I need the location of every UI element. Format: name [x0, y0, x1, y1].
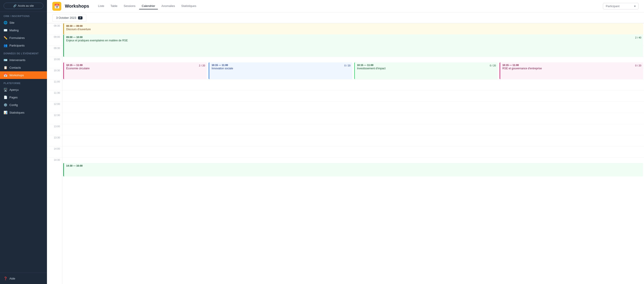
sidebar-item-formulaires[interactable]: ✏️ Formulaires: [0, 34, 47, 42]
time-label-0900: 09:00: [47, 34, 62, 46]
pencil-icon: ✏️: [4, 36, 7, 40]
participant-label: Participant: [606, 4, 620, 8]
sidebar-item-workshops[interactable]: 📅 Workshops: [0, 71, 47, 79]
event-count: 2 / 40: [635, 36, 641, 39]
event-time: 08:30 — 09:00: [66, 24, 641, 27]
sidebar-item-statistiques[interactable]: 📊 Statistiques: [0, 109, 47, 116]
time-label-1430: 14:30: [47, 158, 62, 168]
event-time: 10:15 — 11:00: [502, 64, 641, 66]
help-icon: ❓: [4, 276, 7, 280]
sidebar-item-mailing[interactable]: ✉️ Mailing: [0, 26, 47, 34]
tab-calendrier[interactable]: Calendrier: [139, 3, 158, 10]
sidebar-item-aide[interactable]: ❓ Aide: [0, 274, 47, 282]
date-tab[interactable]: 3 October 2023 7: [52, 14, 86, 22]
event-rse-gouvernance[interactable]: 10:15 — 11:00 RSE et gouvernance d'entre…: [500, 62, 643, 79]
grid-line-6: [62, 90, 644, 102]
event-count: 0 / 20: [344, 64, 350, 67]
event-time: 10:15 — 11:00: [66, 64, 204, 66]
section-plateforme-label: PLATEFORME: [0, 79, 47, 86]
time-label-0830: 08:30: [47, 23, 62, 34]
event-afternoon[interactable]: 14:30 — 16:00: [63, 163, 643, 176]
time-label-1200: 12:00: [47, 102, 62, 113]
event-count: 0 / 20: [490, 64, 496, 67]
event-discours-ouverture[interactable]: 08:30 — 09:00 Discours d'ouverture: [63, 23, 643, 34]
event-count: 2 / 20: [199, 64, 205, 67]
main-content: 📅 Workshops Liste Table Sessions Calendr…: [47, 0, 644, 284]
time-label-1100: 11:00: [47, 79, 62, 90]
id-card-icon: 🪪: [4, 58, 7, 62]
tab-liste[interactable]: Liste: [96, 3, 107, 10]
chevron-down-icon: ▾: [634, 4, 636, 8]
event-title: Enjeux et pratiques exemplaires en matiè…: [66, 39, 641, 42]
sidebar-item-aide-label: Aide: [10, 277, 15, 280]
tab-sessions[interactable]: Sessions: [121, 3, 138, 10]
sidebar-item-contacts-label: Contacts: [10, 66, 21, 69]
sidebar-item-intervenants[interactable]: 🪪 Intervenants: [0, 56, 47, 64]
date-bar: 3 October 2023 7: [47, 12, 644, 23]
event-innovation-sociale[interactable]: 10:15 — 11:00 Innovation sociale 0 / 20: [209, 62, 352, 79]
users-icon: 👥: [4, 44, 7, 47]
sidebar-item-apercu-label: Aperçu: [10, 88, 18, 92]
sidebar-item-workshops-label: Workshops: [10, 74, 24, 77]
sidebar-top: 🔗 Accès au site: [0, 0, 47, 12]
sidebar-item-participants[interactable]: 👥 Participants: [0, 42, 47, 49]
sidebar-item-pages[interactable]: 📄 Pages: [0, 94, 47, 101]
external-link-icon: 🔗: [13, 4, 16, 8]
event-title: RSE et gouvernance d'entreprise: [502, 67, 641, 70]
tab-table[interactable]: Table: [108, 3, 120, 10]
tab-anomalies[interactable]: Anomalies: [159, 3, 178, 10]
event-title: Innovation sociale: [212, 67, 350, 70]
event-title: Économie circulaire: [66, 67, 204, 70]
event-title: Investissement d'impact: [357, 67, 496, 70]
event-economie-circulaire[interactable]: 10:15 — 11:00 Économie circulaire 2 / 20: [63, 62, 207, 79]
sidebar-item-mailing-label: Mailing: [10, 28, 18, 32]
section-donnees-label: DONNÉES DE L'ÉVÉNEMENT: [0, 49, 47, 56]
event-enjeux-rse[interactable]: 09:00 — 10:00 Enjeux et pratiques exempl…: [63, 34, 643, 57]
grid-line-7: [62, 102, 644, 113]
gear-icon: ⚙️: [4, 103, 7, 107]
date-label: 3 October 2023: [56, 16, 76, 20]
time-label-0930: 09:30: [47, 46, 62, 57]
event-time: 10:15 — 11:00: [357, 64, 496, 66]
event-investissement-impact[interactable]: 10:15 — 11:00 Investissement d'impact 0 …: [354, 62, 498, 79]
sidebar-item-participants-label: Participants: [10, 44, 24, 47]
grid-line-8: [62, 113, 644, 124]
grid-line-5: [62, 79, 644, 90]
sidebar-item-apercu[interactable]: 🖥️ Aperçu: [0, 86, 47, 94]
event-count: 0 / 20: [635, 64, 641, 67]
grid-line-11: [62, 146, 644, 158]
tab-statistiques[interactable]: Statistiques: [179, 3, 199, 10]
participant-select[interactable]: Participant ▾: [603, 3, 639, 10]
sidebar-item-config[interactable]: ⚙️ Config: [0, 101, 47, 109]
date-count-badge: 7: [78, 16, 82, 20]
time-label-1300: 13:00: [47, 124, 62, 135]
time-label-1230: 12:30: [47, 113, 62, 124]
sidebar-bottom: ❓ Aide: [0, 272, 47, 284]
monitor-icon: 🖥️: [4, 88, 7, 92]
event-title: Discours d'ouverture: [66, 28, 641, 31]
sidebar-item-site[interactable]: 🌐 Site: [0, 19, 47, 26]
events-column: 08:30 — 09:00 Discours d'ouverture 09:00…: [62, 23, 644, 284]
globe-icon: 🌐: [4, 21, 7, 24]
time-label-1130: 11:30: [47, 90, 62, 102]
sidebar-item-contacts[interactable]: 📋 Contacts: [0, 64, 47, 71]
pages-icon: 📄: [4, 96, 7, 99]
grid-line-9: [62, 124, 644, 135]
grid-line-10: [62, 135, 644, 146]
time-label-1030: 10:30: [47, 68, 62, 79]
access-btn-label: Accès au site: [18, 4, 34, 8]
sidebar-nav: CRM / INSCRIPTIONS 🌐 Site ✉️ Mailing ✏️ …: [0, 12, 47, 116]
access-site-button[interactable]: 🔗 Accès au site: [4, 3, 44, 9]
time-label-1400: 14:00: [47, 146, 62, 158]
workshops-icon: 📅: [52, 2, 61, 11]
time-label-1000: 10:00: [47, 57, 62, 68]
event-time: 10:15 — 11:00: [212, 64, 350, 66]
event-time: 09:00 — 10:00: [66, 36, 641, 38]
sidebar: 🔗 Accès au site CRM / INSCRIPTIONS 🌐 Sit…: [0, 0, 47, 284]
sidebar-item-config-label: Config: [10, 103, 18, 107]
header: 📅 Workshops Liste Table Sessions Calendr…: [47, 0, 644, 12]
sidebar-item-statistiques-label: Statistiques: [10, 111, 24, 114]
time-labels: 08:30 09:00 09:30 10:00 10:30 11:00 11:3…: [47, 23, 62, 284]
calendar-area[interactable]: 08:30 09:00 09:30 10:00 10:30 11:00 11:3…: [47, 23, 644, 284]
nav-tabs: Liste Table Sessions Calendrier Anomalie…: [96, 3, 599, 10]
